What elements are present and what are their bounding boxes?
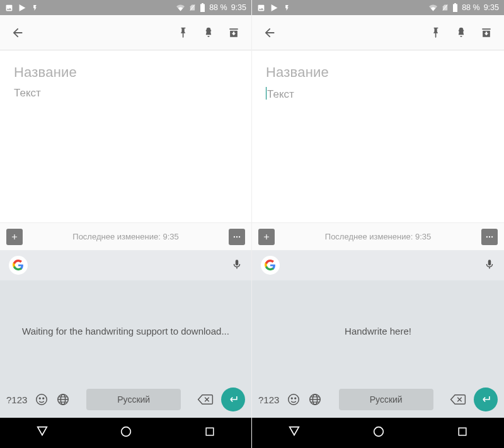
system-nav-bar [252,418,504,448]
keyboard-suggestion-row [252,250,504,280]
sim-icon [189,3,196,12]
note-title-input[interactable]: Название [14,64,238,81]
symbols-key[interactable]: ?123 [6,394,27,405]
backspace-key[interactable] [197,393,214,406]
wifi-icon [428,4,438,12]
svg-point-9 [122,427,131,437]
svg-rect-21 [459,428,466,435]
system-nav-bar [0,418,251,448]
battery-icon [452,3,458,12]
reminder-button[interactable] [196,20,221,45]
last-edited-label: Последнее изменение: 9:35 [28,232,224,241]
nav-back-button[interactable] [287,425,301,441]
language-switch-key[interactable] [308,393,322,406]
app-bar [252,15,504,50]
keyboard-bottom-row: ?123 Русский [252,381,504,418]
nav-back-button[interactable] [35,425,49,441]
keyboard-suggestion-row [0,250,251,280]
wifi-icon [176,4,185,12]
reminder-button[interactable] [449,20,474,45]
overflow-button[interactable] [229,229,245,245]
gallery-icon [257,4,265,12]
phone-right: 88 % 9:35 Название Текст Последнее измен… [252,0,504,448]
svg-point-12 [486,236,488,237]
language-switch-key[interactable] [56,393,70,406]
keyboard-bottom-row: ?123 Русский [0,381,251,418]
last-edited-label: Последнее изменение: 9:35 [280,232,476,241]
voice-input-button[interactable] [484,257,495,273]
svg-point-4 [37,394,47,405]
note-toolbar: Последнее изменение: 9:35 [252,222,504,250]
sim-icon [442,3,449,12]
svg-point-6 [43,398,44,399]
archive-button[interactable] [221,20,246,45]
note-title-input[interactable]: Название [266,64,490,81]
status-bar: 88 % 9:35 [0,0,251,15]
battery-text: 88 % [209,3,227,12]
gallery-icon [5,4,13,12]
add-button[interactable] [258,229,275,245]
handwriting-message: Handwrite here! [345,326,411,336]
svg-point-14 [491,236,493,237]
enter-key[interactable] [221,388,245,411]
add-button[interactable] [6,229,23,245]
language-button[interactable]: Русский [86,389,181,410]
svg-point-1 [234,236,235,237]
google-search-button[interactable] [9,256,28,275]
svg-point-17 [295,398,296,399]
overflow-button[interactable] [481,229,498,245]
svg-point-3 [239,236,240,237]
svg-point-13 [489,236,490,237]
google-search-button[interactable] [261,256,280,275]
nav-recents-button[interactable] [456,425,469,440]
archive-button[interactable] [474,20,499,45]
handwriting-area[interactable]: Handwrite here! [252,280,504,381]
svg-point-5 [40,398,41,399]
emoji-key[interactable] [287,393,301,406]
note-editor[interactable]: Название Текст [252,50,504,222]
back-button[interactable] [5,20,30,45]
nav-home-button[interactable] [119,425,133,441]
svg-rect-10 [206,428,214,435]
status-time: 9:35 [231,3,246,12]
bolt-icon [32,4,38,12]
voice-input-button[interactable] [231,257,243,273]
note-toolbar: Последнее изменение: 9:35 [0,222,251,250]
svg-point-2 [236,236,238,237]
play-badge-icon [18,4,26,12]
pin-button[interactable] [423,20,449,45]
svg-point-20 [374,427,384,437]
status-bar: 88 % 9:35 [252,0,504,15]
back-button[interactable] [257,20,282,45]
battery-text: 88 % [462,3,480,12]
note-body-input[interactable]: Текст [266,87,490,101]
nav-home-button[interactable] [372,425,386,441]
svg-point-15 [289,394,299,405]
app-bar [0,15,251,50]
note-editor[interactable]: Название Текст [0,50,251,222]
symbols-key[interactable]: ?123 [258,394,279,405]
play-badge-icon [270,4,278,12]
enter-key[interactable] [474,388,498,411]
bolt-icon [284,4,290,12]
emoji-key[interactable] [35,393,49,406]
text-cursor [266,87,266,100]
nav-recents-button[interactable] [203,425,216,440]
language-button[interactable]: Русский [339,389,433,410]
battery-icon [200,3,205,12]
status-time: 9:35 [484,3,499,12]
handwriting-message: Waiting for the handwriting support to d… [22,326,229,336]
phone-left: 88 % 9:35 Название Текст Последнее измен… [0,0,252,448]
pin-button[interactable] [171,20,196,45]
backspace-key[interactable] [450,393,466,406]
handwriting-area[interactable]: Waiting for the handwriting support to d… [0,280,251,381]
svg-point-16 [292,398,293,399]
note-body-input[interactable]: Текст [14,87,238,100]
